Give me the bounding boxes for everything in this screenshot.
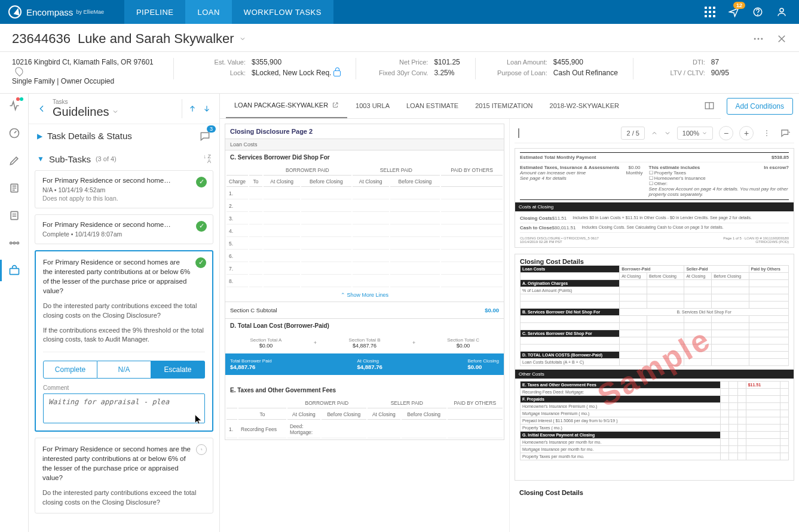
nav-tab-workflow[interactable]: WORKFLOW TASKS (232, 0, 333, 24)
loan-dropdown-icon[interactable] (239, 35, 246, 42)
subtask-card-selected[interactable]: For Primary Residence or second homes ar… (35, 250, 213, 432)
close-icon[interactable] (776, 33, 787, 44)
external-link-icon[interactable] (332, 102, 339, 109)
status-done-icon: ✓ (196, 177, 207, 187)
page-down-icon[interactable] (664, 130, 671, 137)
col-before: Before Closing (301, 177, 351, 187)
nav-tab-loan[interactable]: LOAN (185, 0, 231, 24)
ltv-label: LTV / CLTV: (648, 69, 711, 76)
help-icon[interactable] (751, 5, 764, 19)
svg-point-2 (780, 8, 783, 12)
cd-row[interactable]: 8. (226, 276, 248, 287)
svg-point-10 (10, 242, 11, 244)
col-others: PAID BY OTHERS (441, 165, 503, 176)
subtasks-header[interactable]: ▼ Sub-Tasks (3 of 4) ↓ Z A (29, 148, 219, 170)
closing-costs-value: $11.51 (552, 216, 567, 221)
purpose-value: Cash Out Refinance (553, 69, 618, 77)
doc-tab[interactable]: 1003 URLA (347, 94, 398, 118)
cd-row[interactable]: 1. (226, 188, 248, 199)
doc-thumbnail-2[interactable]: Closing Cost Details Loan CostsBorrower-… (515, 254, 794, 481)
loan-header: 23644636 Luke and Sarah Skywalker (0, 24, 799, 52)
purpose-label: Purpose of Loan: (491, 69, 553, 76)
task-down-icon[interactable] (203, 104, 211, 113)
complete-button[interactable]: Complete (43, 361, 97, 379)
rail-item-services[interactable] (7, 236, 22, 250)
zoom-in-icon[interactable]: + (739, 126, 754, 140)
subtask-title: For Primary Residence or second home… (42, 177, 206, 184)
rail-item-forms[interactable] (7, 181, 22, 195)
top-nav: Encompass by EllieMae PIPELINE LOAN WORK… (0, 0, 799, 24)
svg-point-5 (761, 38, 763, 40)
svg-point-11 (17, 242, 19, 244)
recording-fees-label: Recording Fees (241, 426, 277, 432)
expand-icon[interactable]: ▶ (37, 132, 42, 140)
total-c: $0.00 (427, 343, 499, 349)
loan-summary: 10216 Kingbird Ct, Klamath Falls, OR 976… (0, 52, 799, 94)
page-up-icon[interactable] (651, 130, 658, 137)
svg-point-9 (13, 242, 15, 244)
doc-tab[interactable]: LOAN PACKAGE-SKYWALKER (226, 94, 347, 118)
est-value-label: Est. Value: (189, 59, 252, 66)
cd-row[interactable]: 7. (226, 263, 248, 275)
annotate-icon[interactable] (780, 128, 791, 139)
nav-right: 12 (703, 5, 799, 19)
doc-thumbnail-1[interactable]: Estimated Total Monthly Payment$538.85 E… (515, 148, 794, 248)
task-details-header[interactable]: ▶ Task Details & Status 3 (29, 124, 219, 148)
apps-menu-icon[interactable] (703, 5, 717, 19)
closing-cost-table: Loan CostsBorrower-PaidSeller-PaidPaid b… (520, 265, 789, 366)
doc-left-column[interactable]: Closing Disclosure Page 2 Loan Costs C. … (220, 119, 509, 532)
task-details-title: Task Details & Status (47, 131, 132, 141)
collapse-icon[interactable]: ▼ (37, 155, 44, 163)
notifications-icon[interactable]: 12 (727, 5, 740, 19)
tasks-title[interactable]: Guidelines (53, 105, 176, 119)
lock-icon[interactable] (333, 70, 341, 76)
cd-row[interactable]: 6. (226, 251, 248, 262)
show-more-link[interactable]: ⌃ Show More Lines (225, 288, 504, 302)
rail-item-dashboard[interactable] (7, 126, 22, 140)
map-pin-icon[interactable] (14, 66, 25, 76)
add-conditions-button[interactable]: Add Conditions (727, 98, 793, 115)
rail-item-edit[interactable] (7, 153, 22, 168)
rail-item-docs[interactable] (7, 208, 22, 223)
comment-input[interactable]: Waiting for appraisal - plea (43, 393, 205, 423)
col-borrower: BORROWER PAID (264, 165, 351, 176)
rail-item-tasks[interactable] (7, 263, 22, 278)
svg-rect-12 (10, 268, 19, 274)
lock-value: $Locked, New Lock Req. (252, 69, 341, 77)
split-view-icon[interactable] (704, 100, 715, 111)
comments-icon[interactable]: 3 (199, 130, 211, 142)
sort-icon[interactable]: ↓ Z A (204, 154, 212, 164)
cd-row[interactable]: 2. (226, 201, 248, 212)
rail-item-activity[interactable] (7, 99, 22, 113)
subtask-card[interactable]: For Primary Residence or second homes ar… (35, 438, 213, 513)
cd-row[interactable]: 4. (226, 226, 248, 237)
page-indicator[interactable]: 2 / 5 (621, 127, 644, 140)
bookmark-icon[interactable] (518, 128, 519, 137)
user-icon[interactable] (775, 5, 788, 19)
subtask-para: Do the interested party contributions ex… (42, 488, 206, 507)
escalate-button[interactable]: Escalate (151, 361, 205, 379)
subtask-para: Do the interested party contributions ex… (43, 302, 205, 320)
status-done-icon: ✓ (195, 257, 206, 268)
more-icon[interactable] (752, 33, 764, 45)
comment-label: Comment (43, 385, 205, 391)
brand-name: Encompass (26, 7, 73, 17)
zoom-out-icon[interactable]: − (719, 126, 733, 140)
subtask-card[interactable]: For Primary Residence or second home… Co… (35, 214, 213, 244)
tasks-back-icon[interactable] (37, 104, 47, 113)
cd-row[interactable]: 5. (226, 238, 248, 250)
zoom-indicator[interactable]: 100% (677, 127, 713, 140)
doc-right-column[interactable]: 2 / 5 100% − + Estimated Total Monthly P… (509, 119, 799, 532)
nav-tab-pipeline[interactable]: PIPELINE (124, 0, 186, 24)
doc-tab[interactable]: 2015 ITEMIZATION (467, 94, 541, 118)
cd-row[interactable]: 3. (226, 213, 248, 225)
doc-tab[interactable]: LOAN ESTIMATE (398, 94, 467, 118)
doc-tab[interactable]: 2018-W2-SKYWALKER (541, 94, 627, 118)
task-nav-arrows (188, 104, 211, 113)
na-button[interactable]: N/A (97, 361, 151, 379)
pdf-more-icon[interactable] (760, 126, 774, 140)
task-up-icon[interactable] (188, 104, 197, 113)
subtask-card[interactable]: For Primary Residence or second home… N/… (35, 170, 213, 208)
loan-name: Luke and Sarah Skywalker (78, 31, 234, 47)
other-costs-bar: Other Costs (515, 370, 794, 379)
